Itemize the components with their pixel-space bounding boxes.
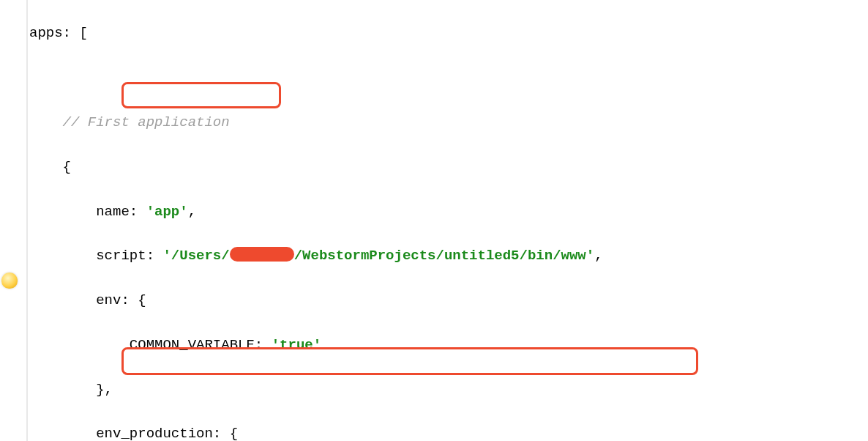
code-line: COMMON_VARIABLE: 'true' [29, 334, 868, 356]
code-line: }, [29, 379, 868, 401]
code-string: /WebstormProjects/untitled5/bin/www' [294, 248, 594, 264]
code-comment: // First application [63, 114, 230, 130]
code-string: 'app' [146, 204, 188, 220]
code-token: apps [29, 25, 63, 41]
code-token: [ [79, 25, 87, 41]
redacted-text [230, 247, 294, 262]
code-key: env [96, 292, 121, 308]
code-token: { [63, 159, 71, 175]
code-line: script: '/Users//WebstormProjects/untitl… [29, 245, 868, 267]
code-key: env_production [96, 426, 213, 441]
code-line: env_production: { [29, 423, 868, 441]
code-key: script [96, 248, 146, 264]
code-line [29, 67, 868, 89]
code-editor[interactable]: apps: [ // First application { name: 'ap… [29, 0, 868, 441]
code-line: apps: [ [29, 22, 868, 44]
code-line: name: 'app', [29, 201, 868, 223]
code-key: name [96, 204, 130, 220]
code-line: env: { [29, 289, 868, 311]
code-key: COMMON_VARIABLE [130, 337, 255, 353]
code-line: // First application [29, 111, 868, 133]
code-string: '/Users/ [162, 248, 229, 264]
code-token: : [63, 25, 80, 41]
code-string: 'true' [272, 337, 321, 353]
code-line: { [29, 156, 868, 178]
lightbulb-icon[interactable] [1, 273, 18, 289]
editor-gutter [0, 0, 28, 441]
